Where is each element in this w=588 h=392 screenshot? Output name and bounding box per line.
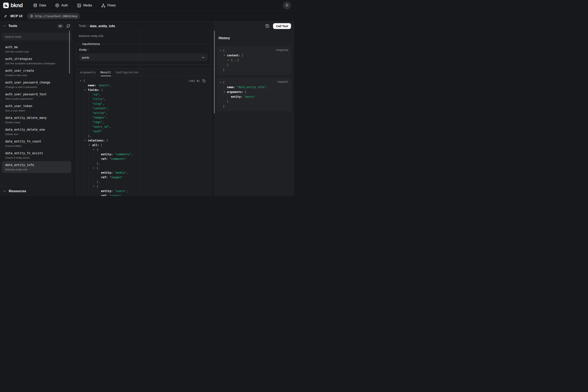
caret-down-icon[interactable]: ▼	[93, 148, 94, 152]
tab-configuration[interactable]: Configuration	[116, 69, 139, 76]
main-panel: Tools / data_entity_info Retrieve entity…	[73, 22, 214, 196]
resources-section[interactable]: Resources	[0, 186, 73, 196]
refresh-icon[interactable]	[66, 24, 70, 28]
caret-down-icon[interactable]: ▼	[220, 80, 221, 85]
nav-items: DataAuthMediaFlows	[33, 4, 116, 8]
caret-down-icon[interactable]: ▼	[224, 53, 225, 58]
tool-description: Get the available authentication strateg…	[5, 62, 68, 65]
input-schema-legend: InputSchema	[81, 42, 101, 46]
json-line: ▼{	[219, 48, 289, 53]
json-line: ]	[219, 62, 289, 67]
caret-down-icon[interactable]: ▼	[84, 138, 85, 143]
nav-item-media[interactable]: Media	[77, 4, 92, 8]
caret-right-icon[interactable]: ▶	[228, 58, 229, 62]
entity-select-value: posts	[82, 56, 89, 59]
json-line: entity: "posts"	[219, 94, 289, 99]
tool-name: data_entity_delete_one	[5, 128, 68, 132]
nav-item-data[interactable]: Data	[33, 4, 46, 8]
tool-item-auth_me[interactable]: auth_meGet the current user	[2, 43, 71, 55]
json-line: ▼all: [	[76, 143, 211, 148]
result-panel: ArgumentsResultConfiguration (442 B) ▼{n…	[76, 68, 211, 196]
mcp-url-pill[interactable]: http://localhost:28623/mcp	[27, 13, 80, 19]
caret-down-icon[interactable]: ▼	[224, 90, 225, 94]
tools-sidebar: Tools 50 auth_meGet the current userauth…	[0, 22, 73, 196]
breadcrumb-current: data_entity_info	[90, 24, 115, 28]
tab-result[interactable]: Result	[101, 69, 111, 76]
tool-description: Change a user's password	[5, 86, 68, 88]
json-line: "title",	[76, 97, 211, 102]
tool-description: Count entities	[5, 144, 68, 148]
json-line: ],	[76, 134, 211, 138]
history-entry-request[interactable]: request▼{name: "data_entity_info",▼argum…	[217, 78, 291, 111]
caret-down-icon[interactable]: ▼	[220, 48, 221, 53]
caret-down-icon[interactable]: ▼	[93, 166, 94, 170]
json-line: ▼content: [	[219, 53, 289, 58]
result-json-tree: (442 B) ▼{name: "posts",▼fields: ["id","…	[76, 76, 211, 196]
json-line: ▼{	[76, 184, 211, 189]
tool-item-data_entity_delete_one[interactable]: data_entity_delete_oneDelete one	[2, 126, 71, 138]
tab-arguments[interactable]: Arguments	[80, 69, 96, 76]
tools-count-badge: 50	[57, 24, 63, 28]
json-line: },	[76, 161, 211, 166]
page-title: MCP UI	[10, 14, 22, 18]
sidebar-scrollbar[interactable]	[69, 31, 70, 74]
tool-description: Delete many	[5, 121, 68, 124]
json-line: "active",	[76, 111, 211, 115]
entity-select[interactable]: posts	[79, 54, 207, 61]
tool-name: data_entity_info	[5, 163, 68, 167]
tools-header: Tools 50	[0, 22, 73, 31]
tool-item-auth_user_password_test[interactable]: auth_user_password_testTest a user's pas…	[2, 90, 71, 102]
tool-item-auth_user_token[interactable]: auth_user_tokenGet a user token	[2, 102, 71, 114]
history-entry-response[interactable]: response▼{▼content: [▶{...}]}	[217, 46, 291, 75]
tool-name: auth_user_password_test	[5, 92, 68, 96]
avatar[interactable]: D	[283, 2, 291, 10]
json-line: entity: "users",	[76, 189, 211, 194]
nav-item-flows[interactable]: Flows	[101, 4, 116, 8]
database-icon	[33, 4, 37, 8]
history-icon[interactable]	[265, 24, 270, 29]
tool-description: Get the current user	[5, 50, 68, 53]
tool-name: data_entity_fn_exists	[5, 152, 68, 155]
flows-icon	[101, 4, 105, 8]
tool-item-auth_user_password_change[interactable]: auth_user_password_changeChange a user's…	[2, 79, 71, 90]
history-panel: Call Tool History response▼{▼content: [▶…	[214, 22, 294, 196]
json-line: "tags",	[76, 120, 211, 124]
caret-down-icon[interactable]: ▼	[89, 143, 90, 148]
json-line: "users_id",	[76, 124, 211, 129]
tool-name: auth_me	[5, 45, 68, 49]
tool-item-auth_strategies[interactable]: auth_strategiesGet the available authent…	[2, 55, 71, 67]
globe-icon	[30, 14, 33, 18]
breadcrumb-section[interactable]: Tools	[79, 24, 86, 28]
caret-down-icon[interactable]: ▼	[93, 184, 94, 189]
tool-name: auth_strategies	[5, 57, 68, 61]
resources-title: Resources	[9, 189, 26, 193]
bknd-logo-icon	[3, 2, 9, 8]
tool-item-data_entity_info[interactable]: data_entity_infoRetrieve entity info	[2, 161, 71, 173]
history-entries: response▼{▼content: [▶{...}]}request▼{na…	[214, 43, 294, 111]
tool-name: data_entity_fn_count	[5, 140, 68, 143]
json-line: ▼{	[76, 148, 211, 152]
chevron-up-icon[interactable]	[3, 24, 6, 27]
tool-item-data_entity_fn_exists[interactable]: data_entity_fn_existsCheck if entity exi…	[2, 150, 71, 161]
main-scrollbar[interactable]	[214, 31, 215, 114]
header-actions: Call Tool	[214, 22, 294, 31]
json-line: ref: "comments"	[76, 157, 211, 161]
json-line: "images",	[76, 115, 211, 120]
json-line: }	[219, 104, 289, 109]
caret-down-icon[interactable]: ▼	[84, 88, 85, 92]
json-line: "content",	[76, 106, 211, 111]
tools-scroll-area: auth_meGet the current userauth_strategi…	[0, 31, 73, 186]
call-tool-button[interactable]: Call Tool	[273, 23, 291, 29]
json-line: entity: "comments",	[76, 152, 211, 157]
search-input[interactable]	[2, 33, 71, 40]
chevron-down-icon[interactable]	[3, 190, 6, 192]
tool-item-data_entity_delete_many[interactable]: data_entity_delete_manyDelete many	[2, 114, 71, 126]
nav-item-auth[interactable]: Auth	[55, 4, 68, 8]
tool-item-data_entity_fn_count[interactable]: data_entity_fn_countCount entities	[2, 138, 71, 150]
chevron-down-icon	[201, 56, 205, 59]
tool-item-auth_user_create[interactable]: auth_user_createCreate a new user	[2, 67, 71, 79]
tools-title: Tools	[8, 24, 17, 28]
fingerprint-icon	[55, 4, 59, 8]
caret-down-icon[interactable]: ▼	[80, 78, 81, 83]
brand-logo[interactable]: bknd	[3, 2, 23, 8]
